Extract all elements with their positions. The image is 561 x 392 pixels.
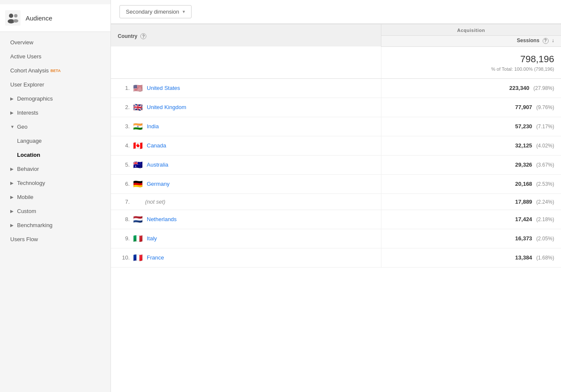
country-flag-icon: 🇮🇹: [133, 234, 142, 243]
sidebar-item-location[interactable]: Location: [0, 148, 110, 162]
sidebar-item-label: Demographics: [17, 95, 53, 102]
country-flag-icon: 🇬🇧: [133, 103, 142, 112]
sessions-pct: (2.53%): [536, 181, 554, 187]
sidebar-item-label: Benchmarking: [17, 222, 52, 228]
table-body: 798,196 % of Total: 100.00% (798,196) 1.…: [111, 46, 561, 267]
sessions-header-label: Sessions: [517, 37, 540, 43]
sidebar-item-interests[interactable]: ▶ Interests: [0, 106, 110, 120]
toolbar: Secondary dimension ▾: [111, 0, 561, 24]
sessions-pct: (2.18%): [536, 216, 554, 222]
country-flag-icon: 🇳🇱: [133, 215, 142, 224]
sidebar-item-label: Active Users: [10, 53, 41, 60]
sessions-value: 16,373: [515, 235, 532, 242]
country-flag-icon: 🇺🇸: [133, 84, 142, 93]
sessions-value: 223,340: [509, 85, 529, 91]
row-number: 4.: [118, 142, 130, 149]
location-table: Country ? Acquisition Sessions ? ↓: [111, 24, 561, 268]
sessions-value: 20,168: [515, 181, 532, 187]
sidebar-item-mobile[interactable]: ▶ Mobile: [0, 190, 110, 204]
collapse-triangle-icon: ▶: [10, 96, 15, 101]
country-link[interactable]: United States: [147, 85, 180, 91]
secondary-dimension-button[interactable]: Secondary dimension ▾: [119, 5, 192, 18]
sessions-cell: 17,424 (2.18%): [381, 210, 561, 229]
country-flag-icon: 🇨🇦: [133, 141, 142, 150]
sidebar-title: Audience: [26, 14, 52, 22]
sidebar-item-overview[interactable]: Overview: [0, 35, 110, 49]
th-acquisition: Acquisition: [381, 24, 561, 36]
total-sessions-cell: 798,196 % of Total: 100.00% (798,196): [381, 46, 561, 78]
country-flag-icon: 🇫🇷: [133, 253, 142, 262]
country-link[interactable]: Australia: [147, 161, 169, 168]
country-header-label: Country: [118, 33, 137, 39]
sidebar-item-label: Cohort Analysis: [10, 67, 49, 74]
country-cell: 1. 🇺🇸 United States: [111, 78, 381, 98]
sessions-cell: 20,168 (2.53%): [381, 174, 561, 193]
sort-icon[interactable]: ↓: [552, 37, 554, 43]
row-number: 5.: [118, 161, 130, 168]
country-cell: 3. 🇮🇳 India: [111, 117, 381, 136]
table-row: 8. 🇳🇱 Netherlands 17,424 (2.18%): [111, 210, 561, 229]
country-link[interactable]: Italy: [147, 235, 157, 242]
sidebar-item-custom[interactable]: ▶ Custom: [0, 204, 110, 218]
sidebar-item-user-explorer[interactable]: User Explorer: [0, 78, 110, 92]
country-help-icon[interactable]: ?: [140, 33, 146, 39]
sidebar-item-cohort-analysis[interactable]: Cohort AnalysisBETA: [0, 63, 110, 78]
country-link[interactable]: France: [147, 254, 164, 261]
country-link[interactable]: Canada: [147, 142, 166, 149]
sessions-value: 13,384: [515, 254, 532, 261]
sidebar-item-users-flow[interactable]: Users Flow: [0, 232, 110, 246]
country-cell: 2. 🇬🇧 United Kingdom: [111, 98, 381, 117]
total-label-cell: [111, 46, 381, 78]
collapse-triangle-icon: ▶: [10, 167, 15, 171]
expand-triangle-icon: ▼: [10, 124, 15, 129]
sidebar-item-label: Interests: [17, 110, 38, 116]
sessions-pct: (2.05%): [536, 236, 554, 242]
row-number: 10.: [118, 254, 130, 261]
sessions-pct: (7.17%): [536, 124, 554, 130]
country-link[interactable]: Netherlands: [147, 216, 177, 222]
table-total-row: 798,196 % of Total: 100.00% (798,196): [111, 46, 561, 78]
table-row: 9. 🇮🇹 Italy 16,373 (2.05%): [111, 229, 561, 248]
collapse-triangle-icon: ▶: [10, 181, 15, 185]
sidebar-item-label: Technology: [17, 180, 45, 186]
sessions-cell: 223,340 (27.98%): [381, 78, 561, 98]
row-number: 2.: [118, 104, 130, 110]
sessions-help-icon[interactable]: ?: [543, 38, 549, 44]
sidebar-item-language[interactable]: Language: [0, 134, 110, 148]
row-number: 9.: [118, 235, 130, 242]
sidebar-item-demographics[interactable]: ▶ Demographics: [0, 92, 110, 106]
sidebar-item-benchmarking[interactable]: ▶ Benchmarking: [0, 218, 110, 232]
row-number: 1.: [118, 85, 130, 91]
dropdown-arrow-icon: ▾: [183, 9, 185, 14]
sidebar-item-label: Geo: [17, 124, 28, 130]
country-link[interactable]: United Kingdom: [147, 104, 186, 110]
country-link[interactable]: Germany: [147, 181, 169, 187]
sessions-cell: 77,907 (9.76%): [381, 98, 561, 117]
sidebar-item-active-users[interactable]: Active Users: [0, 49, 110, 63]
sidebar: Audience Overview Active Users Cohort An…: [0, 0, 111, 392]
table-row: 3. 🇮🇳 India 57,230 (7.17%): [111, 117, 561, 136]
sidebar-item-geo[interactable]: ▼ Geo: [0, 120, 110, 134]
sidebar-item-label: Overview: [10, 39, 33, 46]
acquisition-header-label: Acquisition: [457, 28, 485, 33]
country-flag-icon: 🇩🇪: [133, 179, 142, 189]
sessions-value: 29,326: [515, 161, 532, 168]
sidebar-item-label: Mobile: [17, 194, 33, 200]
sessions-value: 77,907: [515, 104, 532, 110]
sessions-pct: (9.76%): [536, 104, 554, 110]
country-cell: 5. 🇦🇺 Australia: [111, 155, 381, 174]
sidebar-item-behavior[interactable]: ▶ Behavior: [0, 162, 110, 176]
sessions-pct: (27.98%): [533, 85, 554, 91]
sessions-pct: (1.68%): [536, 255, 554, 261]
sidebar-item-technology[interactable]: ▶ Technology: [0, 176, 110, 190]
sessions-cell: 32,125 (4.02%): [381, 136, 561, 155]
sessions-pct: (4.02%): [536, 143, 554, 149]
country-cell: 6. 🇩🇪 Germany: [111, 174, 381, 193]
sidebar-item-label: Behavior: [17, 166, 39, 172]
th-country: Country ?: [111, 24, 381, 47]
country-cell: 9. 🇮🇹 Italy: [111, 229, 381, 248]
country-link[interactable]: India: [147, 123, 159, 130]
sidebar-item-label: Location: [17, 152, 40, 158]
table-row: 4. 🇨🇦 Canada 32,125 (4.02%): [111, 136, 561, 155]
country-flag-icon: 🇦🇺: [133, 160, 142, 170]
